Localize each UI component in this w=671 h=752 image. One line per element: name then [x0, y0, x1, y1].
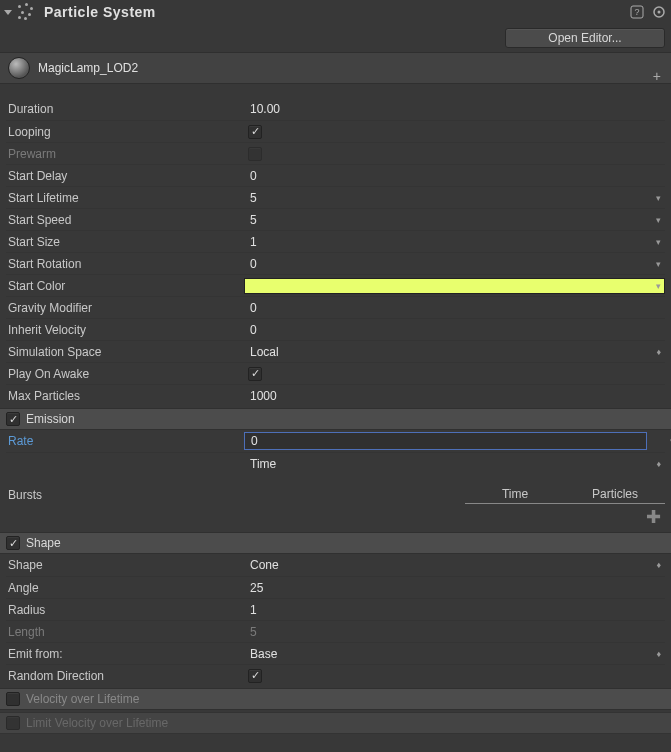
component-title: Particle System	[44, 4, 629, 20]
shape-module-header[interactable]: Shape	[0, 532, 671, 554]
svg-point-3	[658, 11, 661, 14]
start-rotation-label: Start Rotation	[6, 257, 244, 271]
duration-label: Duration	[6, 102, 244, 116]
object-name: MagicLamp_LOD2	[38, 61, 138, 75]
angle-label: Angle	[6, 581, 244, 595]
start-size-label: Start Size	[6, 235, 244, 249]
bursts-particles-header: Particles	[565, 487, 665, 504]
limit-velocity-over-lifetime-title: Limit Velocity over Lifetime	[26, 716, 168, 730]
shape-enable-checkbox[interactable]	[6, 536, 20, 550]
simulation-space-arrow-icon[interactable]: ♦	[656, 347, 661, 357]
preview-sphere-icon	[8, 57, 30, 79]
bursts-time-header: Time	[465, 487, 565, 504]
particle-system-icon	[16, 3, 34, 21]
radius-field[interactable]: 1	[244, 603, 257, 617]
length-label: Length	[6, 625, 244, 639]
start-delay-label: Start Delay	[6, 169, 244, 183]
start-color-mode-button[interactable]: ▾	[656, 281, 661, 291]
start-rotation-mode-button[interactable]: ▾	[656, 259, 661, 269]
start-lifetime-mode-button[interactable]: ▾	[656, 193, 661, 203]
length-field: 5	[244, 625, 257, 639]
velocity-over-lifetime-header[interactable]: Velocity over Lifetime	[0, 688, 671, 710]
start-size-mode-button[interactable]: ▾	[656, 237, 661, 247]
rate-field[interactable]	[244, 432, 647, 450]
prewarm-checkbox	[248, 147, 262, 161]
shape-type-arrow-icon[interactable]: ♦	[656, 560, 661, 570]
shape-title: Shape	[26, 536, 61, 550]
emission-title: Emission	[26, 412, 75, 426]
velocity-over-lifetime-title: Velocity over Lifetime	[26, 692, 139, 706]
emission-module-header[interactable]: Emission	[0, 408, 671, 430]
shape-type-label: Shape	[6, 558, 244, 572]
gear-icon[interactable]	[651, 4, 667, 20]
gravity-label: Gravity Modifier	[6, 301, 244, 315]
start-size-field[interactable]: 1	[244, 235, 257, 249]
add-burst-button[interactable]: ✚	[646, 508, 661, 526]
random-direction-label: Random Direction	[6, 669, 244, 683]
shape-type-dropdown[interactable]: Cone	[244, 558, 279, 572]
emit-from-label: Emit from:	[6, 647, 244, 661]
angle-field[interactable]: 25	[244, 581, 263, 595]
start-color-label: Start Color	[6, 279, 244, 293]
play-on-awake-checkbox[interactable]	[248, 367, 262, 381]
radius-label: Radius	[6, 603, 244, 617]
simulation-space-label: Simulation Space	[6, 345, 244, 359]
start-lifetime-label: Start Lifetime	[6, 191, 244, 205]
inherit-velocity-field[interactable]: 0	[244, 323, 257, 337]
rate-label: Rate	[6, 434, 244, 448]
add-subemitter-button[interactable]: +	[653, 69, 661, 83]
emit-from-arrow-icon[interactable]: ♦	[656, 649, 661, 659]
rate-over-arrow-icon[interactable]: ♦	[656, 459, 661, 469]
inherit-velocity-label: Inherit Velocity	[6, 323, 244, 337]
duration-field[interactable]: 10.00	[244, 102, 280, 116]
start-color-swatch[interactable]	[244, 278, 665, 294]
limit-velocity-over-lifetime-checkbox[interactable]	[6, 716, 20, 730]
looping-label: Looping	[6, 125, 244, 139]
bursts-label: Bursts	[6, 488, 225, 502]
simulation-space-dropdown[interactable]: Local	[244, 345, 279, 359]
max-particles-field[interactable]: 1000	[244, 389, 277, 403]
start-delay-field[interactable]: 0	[244, 169, 257, 183]
start-speed-label: Start Speed	[6, 213, 244, 227]
gravity-field[interactable]: 0	[244, 301, 257, 315]
start-speed-field[interactable]: 5	[244, 213, 257, 227]
play-on-awake-label: Play On Awake	[6, 367, 244, 381]
help-icon[interactable]: ?	[629, 4, 645, 20]
prewarm-label: Prewarm	[6, 147, 244, 161]
open-editor-button[interactable]: Open Editor...	[505, 28, 665, 48]
emit-from-dropdown[interactable]: Base	[244, 647, 277, 661]
looping-checkbox[interactable]	[248, 125, 262, 139]
rate-over-dropdown[interactable]: Time	[244, 457, 276, 471]
start-lifetime-field[interactable]: 5	[244, 191, 257, 205]
component-foldout-arrow[interactable]	[4, 10, 12, 15]
velocity-over-lifetime-checkbox[interactable]	[6, 692, 20, 706]
svg-text:?: ?	[634, 7, 639, 17]
start-speed-mode-button[interactable]: ▾	[656, 215, 661, 225]
limit-velocity-over-lifetime-header[interactable]: Limit Velocity over Lifetime	[0, 712, 671, 734]
start-rotation-field[interactable]: 0	[244, 257, 257, 271]
random-direction-checkbox[interactable]	[248, 669, 262, 683]
emission-enable-checkbox[interactable]	[6, 412, 20, 426]
max-particles-label: Max Particles	[6, 389, 244, 403]
